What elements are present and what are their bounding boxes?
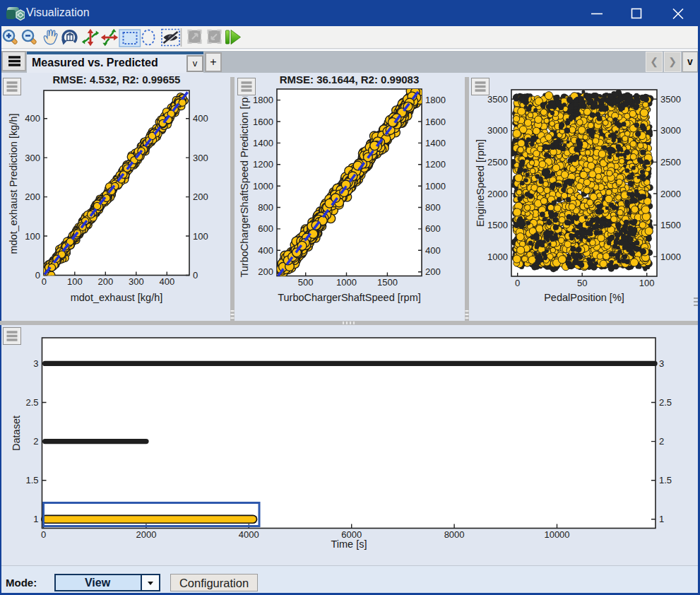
svg-text:2.5: 2.5 <box>659 397 672 408</box>
svg-text:600: 600 <box>258 223 273 234</box>
svg-text:1500: 1500 <box>660 220 681 230</box>
svg-text:3500: 3500 <box>660 94 681 105</box>
svg-text:TurboChargerShaftSpeed [rpm]: TurboChargerShaftSpeed [rpm] <box>278 292 421 303</box>
svg-text:PedalPosition [%]: PedalPosition [%] <box>544 292 624 303</box>
svg-text:1: 1 <box>33 514 38 524</box>
svg-text:200: 200 <box>193 192 208 202</box>
svg-text:300: 300 <box>25 153 40 163</box>
svg-text:RMSE: 36.1644, R2: 0.99083: RMSE: 36.1644, R2: 0.99083 <box>280 73 420 86</box>
svg-text:100: 100 <box>67 276 83 287</box>
svg-text:2: 2 <box>33 436 38 447</box>
svg-text:100: 100 <box>193 231 208 242</box>
svg-text:1400: 1400 <box>425 138 446 148</box>
svg-text:3000: 3000 <box>487 125 508 136</box>
svg-text:1: 1 <box>659 514 664 524</box>
svg-text:100: 100 <box>639 278 655 288</box>
svg-text:1.5: 1.5 <box>25 475 38 485</box>
svg-text:0: 0 <box>35 270 40 281</box>
svg-text:1000: 1000 <box>487 252 508 262</box>
svg-text:4000: 4000 <box>239 529 259 540</box>
svg-text:0: 0 <box>42 276 47 287</box>
svg-text:400: 400 <box>193 113 208 124</box>
svg-text:300: 300 <box>193 153 208 163</box>
svg-text:400: 400 <box>258 245 273 256</box>
svg-text:200: 200 <box>25 192 40 202</box>
svg-text:200: 200 <box>258 266 273 277</box>
svg-text:1800: 1800 <box>253 95 273 105</box>
svg-text:2000: 2000 <box>487 189 508 199</box>
svg-text:200: 200 <box>97 276 113 287</box>
svg-text:1000: 1000 <box>253 181 273 192</box>
svg-text:3000: 3000 <box>660 125 681 136</box>
svg-text:100: 100 <box>25 231 40 242</box>
svg-text:400: 400 <box>159 276 174 287</box>
svg-text:1400: 1400 <box>253 138 273 148</box>
svg-text:mdot_exhaust [kg/h]: mdot_exhaust [kg/h] <box>71 292 163 303</box>
svg-text:0: 0 <box>515 278 520 288</box>
svg-text:3: 3 <box>659 358 664 369</box>
svg-text:10000: 10000 <box>544 529 569 540</box>
svg-text:0: 0 <box>41 529 46 540</box>
svg-text:50: 50 <box>577 278 587 288</box>
svg-text:Time [s]: Time [s] <box>331 538 367 550</box>
svg-text:1800: 1800 <box>425 95 446 105</box>
svg-text:400: 400 <box>25 113 40 124</box>
svg-text:8000: 8000 <box>444 529 465 540</box>
svg-text:1500: 1500 <box>487 220 508 230</box>
svg-text:1500: 1500 <box>377 277 398 288</box>
svg-text:1000: 1000 <box>425 181 446 192</box>
svg-text:1.5: 1.5 <box>659 475 672 485</box>
svg-text:3: 3 <box>33 358 38 369</box>
svg-text:400: 400 <box>425 245 441 256</box>
svg-text:2500: 2500 <box>487 157 508 167</box>
svg-text:TurboChargerShaftSpeed Predict: TurboChargerShaftSpeed Prediction [rpm] <box>239 86 250 277</box>
svg-text:500: 500 <box>298 277 314 288</box>
svg-text:RMSE: 4.532, R2: 0.99655: RMSE: 4.532, R2: 0.99655 <box>53 73 181 86</box>
svg-text:1000: 1000 <box>336 277 357 288</box>
svg-text:800: 800 <box>425 202 441 213</box>
svg-text:2500: 2500 <box>660 157 681 167</box>
svg-text:300: 300 <box>129 276 144 287</box>
svg-text:1000: 1000 <box>660 252 681 262</box>
svg-text:1200: 1200 <box>253 159 273 170</box>
svg-text:200: 200 <box>425 266 441 277</box>
svg-text:Dataset: Dataset <box>11 416 22 451</box>
svg-text:EngineSpeed [rpm]: EngineSpeed [rpm] <box>475 139 486 227</box>
svg-text:2000: 2000 <box>136 529 156 540</box>
svg-text:0: 0 <box>193 270 198 281</box>
svg-text:800: 800 <box>258 202 273 213</box>
svg-text:2000: 2000 <box>660 189 681 199</box>
svg-text:1600: 1600 <box>425 117 446 127</box>
svg-text:1200: 1200 <box>425 159 446 170</box>
svg-text:mdot_exhaust Prediction [kg/h]: mdot_exhaust Prediction [kg/h] <box>8 113 19 254</box>
svg-text:3500: 3500 <box>487 94 508 105</box>
svg-text:2.5: 2.5 <box>25 397 38 408</box>
svg-text:600: 600 <box>425 223 441 234</box>
svg-text:2: 2 <box>659 436 664 447</box>
svg-text:1600: 1600 <box>253 117 273 127</box>
